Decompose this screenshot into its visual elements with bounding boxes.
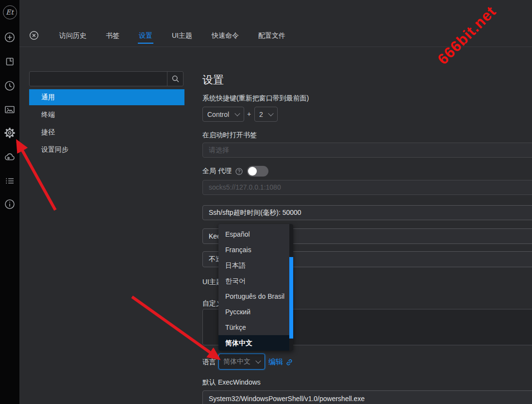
icon-sidebar: Et — [0, 0, 19, 404]
tab-bookmarks[interactable]: 书签 — [105, 27, 120, 44]
dropdown-scrollbar-thumb[interactable] — [289, 257, 293, 339]
startup-bookmarks-label: 在启动时打开书签 — [202, 131, 257, 140]
exec-windows-label: 默认 ExecWindows — [202, 378, 261, 387]
search-icon[interactable] — [167, 72, 183, 86]
themes-icon[interactable] — [0, 102, 19, 117]
settings-tabbar: 访问历史 书签 设置 UI主题 快速命令 配置文件 — [19, 27, 532, 44]
bookmarks-icon[interactable] — [0, 54, 19, 69]
dropdown-option-ja[interactable]: 日本語 — [218, 258, 293, 273]
tab-settings[interactable]: 设置 — [138, 27, 153, 44]
proxy-row: 全局 代理 — [202, 166, 268, 177]
chevron-down-icon — [268, 111, 273, 116]
menu-item-shortcuts[interactable]: 捷径 — [29, 124, 184, 140]
history-icon[interactable] — [0, 79, 19, 93]
hotkey-plus: + — [247, 110, 251, 118]
search-input[interactable] — [30, 72, 167, 86]
settings-gear-icon[interactable] — [0, 126, 19, 140]
hotkey-modifier-value: Control — [207, 111, 229, 118]
dropdown-scrollbar[interactable] — [289, 224, 293, 351]
proxy-toggle[interactable] — [247, 166, 268, 177]
close-icon[interactable] — [29, 31, 39, 40]
dropdown-option-fr[interactable]: Français — [218, 242, 293, 258]
proxy-label: 全局 代理 — [202, 167, 232, 176]
about-info-icon[interactable] — [0, 197, 19, 211]
hotkey-key-select[interactable]: 2 — [254, 107, 278, 122]
edit-link-label: 编辑 — [268, 357, 283, 367]
tab-ui-theme[interactable]: UI主题 — [171, 27, 193, 44]
ssh-timeout-input[interactable]: Ssh/sftp超时时间(毫秒): 50000 — [202, 205, 532, 220]
language-label: 语言 — [202, 358, 216, 367]
link-icon — [285, 358, 293, 366]
app-logo-icon[interactable]: Et — [0, 5, 19, 19]
chevron-down-icon — [234, 111, 240, 116]
settings-section-menu: 通用 终端 捷径 设置同步 — [29, 89, 184, 159]
logo-text: Et — [3, 5, 17, 19]
menu-item-sync[interactable]: 设置同步 — [29, 142, 184, 158]
dropdown-option-pt[interactable]: Português do Brasil — [218, 289, 293, 304]
tabbar-divider — [19, 47, 532, 47]
question-circle-icon[interactable] — [235, 167, 243, 175]
tab-quick-commands[interactable]: 快速命令 — [211, 27, 240, 44]
page-title: 设置 — [202, 73, 224, 87]
language-dropdown: Español Français 日本語 한국어 Português do Br… — [218, 224, 293, 351]
tab-profiles[interactable]: 配置文件 — [257, 27, 286, 44]
menu-item-general[interactable]: 通用 — [29, 89, 184, 105]
language-select[interactable]: 简体中文 — [218, 354, 265, 370]
dropdown-option-ko[interactable]: 한국어 — [218, 273, 293, 289]
startup-bookmarks-select[interactable]: 请选择 — [202, 143, 532, 158]
menu-item-terminal[interactable]: 终端 — [29, 107, 184, 123]
edit-language-link[interactable]: 编辑 — [268, 357, 293, 367]
batch-list-icon[interactable] — [0, 174, 19, 188]
app-window: Et — [0, 0, 532, 404]
toggle-knob — [248, 167, 257, 176]
dropdown-option-zh-selected[interactable]: 简体中文 — [218, 335, 293, 351]
hotkey-label: 系统快捷键(重新把窗口带到最前面) — [202, 94, 309, 103]
hotkey-modifier-select[interactable]: Control — [202, 107, 244, 122]
dropdown-option-es[interactable]: Español — [218, 226, 293, 242]
tab-history[interactable]: 访问历史 — [58, 27, 87, 44]
sync-cloud-icon[interactable] — [0, 150, 19, 164]
dropdown-option-ru[interactable]: Русский — [218, 304, 293, 320]
settings-search-box — [29, 71, 183, 86]
dropdown-option-tr[interactable]: Türkçe — [218, 320, 293, 335]
language-select-value: 简体中文 — [223, 357, 250, 366]
exec-windows-input[interactable]: System32/WindowsPowerShell/v1.0/powershe… — [202, 390, 532, 404]
hotkey-key-value: 2 — [259, 111, 263, 118]
add-icon[interactable] — [0, 30, 19, 45]
chevron-down-icon — [255, 358, 261, 363]
proxy-input[interactable]: socks5://127.0.0.1:1080 — [202, 180, 532, 195]
